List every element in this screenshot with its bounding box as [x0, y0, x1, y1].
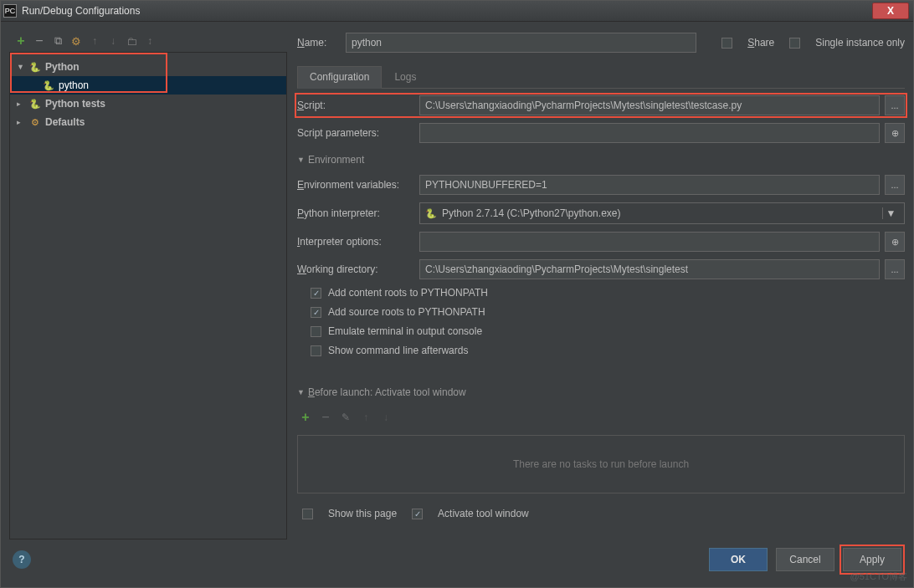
settings-icon[interactable]: ⚙ — [69, 34, 83, 48]
expand-button[interactable]: ⊕ — [885, 232, 905, 252]
environment-section-header[interactable]: ▼ Environment — [297, 151, 905, 167]
name-input[interactable] — [346, 33, 696, 53]
remove-icon[interactable]: − — [33, 34, 46, 48]
tree-label: Python tests — [45, 98, 105, 110]
expand-icon[interactable]: ▸ — [17, 118, 25, 126]
tab-logs[interactable]: Logs — [382, 66, 429, 89]
show-cmdline-checkbox[interactable] — [311, 345, 321, 356]
show-this-page-label: Show this page — [328, 508, 397, 519]
python-icon: 🐍 — [28, 99, 42, 110]
script-label: Script: — [297, 100, 414, 111]
working-dir-input[interactable]: C:\Users\zhangxiaoding\PycharmProjects\M… — [419, 259, 880, 279]
env-vars-label: Environment variables: — [297, 179, 414, 191]
gear-icon: ⚙ — [28, 117, 42, 128]
collapse-icon[interactable]: ↕ — [143, 34, 157, 48]
add-task-icon[interactable]: + — [299, 411, 312, 424]
tree-label: Defaults — [45, 116, 85, 128]
expand-button[interactable]: ⊕ — [885, 123, 905, 143]
before-launch-header[interactable]: ▼ Before launch: Activate tool window — [297, 383, 905, 400]
content-roots-checkbox[interactable] — [311, 288, 321, 299]
chevron-down-icon: ▼ — [882, 207, 899, 219]
task-down-icon: ↓ — [379, 411, 393, 424]
folder-icon[interactable]: 🗀 — [125, 34, 138, 48]
browse-button[interactable]: ... — [885, 175, 905, 195]
emulate-terminal-checkbox[interactable] — [311, 326, 321, 337]
interpreter-options-input[interactable] — [419, 232, 880, 252]
add-icon[interactable]: + — [14, 34, 28, 48]
show-this-page-checkbox[interactable] — [302, 509, 313, 519]
single-instance-label: Single instance only — [815, 37, 905, 49]
interpreter-label: Python interpreter: — [297, 207, 414, 219]
source-roots-checkbox[interactable] — [311, 307, 321, 318]
remove-task-icon: − — [319, 411, 332, 424]
python-icon: 🐍 — [425, 208, 437, 219]
help-button[interactable]: ? — [13, 550, 31, 569]
copy-icon[interactable]: ⧉ — [51, 34, 64, 48]
apply-button[interactable]: Apply — [843, 548, 901, 571]
empty-tasks-text: There are no tasks to run before launch — [513, 458, 689, 470]
watermark: @51CTO博客 — [850, 570, 907, 583]
collapse-icon: ▼ — [297, 388, 305, 396]
task-up-icon: ↑ — [359, 411, 372, 424]
share-label: Share — [747, 37, 774, 49]
tab-bar: Configuration Logs — [297, 65, 905, 89]
interpreter-dropdown[interactable]: 🐍 Python 2.7.14 (C:\Python27\python.exe)… — [419, 202, 905, 224]
show-cmdline-label: Show command line afterwards — [328, 345, 468, 356]
share-checkbox[interactable] — [721, 38, 732, 49]
interpreter-value: Python 2.7.14 (C:\Python27\python.exe) — [442, 207, 620, 219]
working-dir-label: Working directory: — [297, 263, 414, 275]
single-instance-checkbox[interactable] — [789, 38, 800, 49]
source-roots-label: Add source roots to PYTHONPATH — [328, 306, 485, 318]
script-params-label: Script parameters: — [297, 127, 414, 139]
config-toolbar: + − ⧉ ⚙ ↑ ↓ 🗀 ↕ — [9, 30, 287, 52]
activate-tool-window-label: Activate tool window — [438, 508, 529, 519]
collapse-icon: ▼ — [297, 156, 305, 164]
name-label: Name: — [297, 37, 337, 49]
ok-button[interactable]: OK — [709, 548, 768, 571]
interpreter-options-label: Interpreter options: — [297, 236, 414, 248]
config-tree[interactable]: ▼ 🐍 Python 🐍 python ▸ 🐍 Python tests ▸ ⚙… — [9, 52, 287, 539]
script-params-input[interactable] — [419, 123, 880, 143]
expand-icon[interactable]: ▸ — [17, 100, 25, 108]
browse-button[interactable]: ... — [885, 259, 905, 279]
activate-tool-window-checkbox[interactable] — [412, 509, 423, 519]
move-down-icon[interactable]: ↓ — [106, 34, 120, 48]
env-vars-input[interactable]: PYTHONUNBUFFERED=1 — [419, 175, 880, 195]
script-input[interactable]: C:\Users\zhangxiaoding\PycharmProjects\M… — [419, 95, 880, 115]
move-up-icon[interactable]: ↑ — [88, 34, 101, 48]
tree-item-defaults[interactable]: ▸ ⚙ Defaults — [10, 113, 286, 131]
emulate-terminal-label: Emulate terminal in output console — [328, 325, 482, 337]
content-roots-label: Add content roots to PYTHONPATH — [328, 287, 488, 299]
tree-item-python-tests[interactable]: ▸ 🐍 Python tests — [10, 95, 286, 113]
before-launch-list[interactable]: There are no tasks to run before launch — [297, 435, 905, 493]
edit-task-icon: ✎ — [339, 411, 352, 424]
cancel-button[interactable]: Cancel — [776, 548, 834, 571]
browse-button[interactable]: ... — [885, 95, 905, 115]
tab-configuration[interactable]: Configuration — [297, 66, 382, 89]
